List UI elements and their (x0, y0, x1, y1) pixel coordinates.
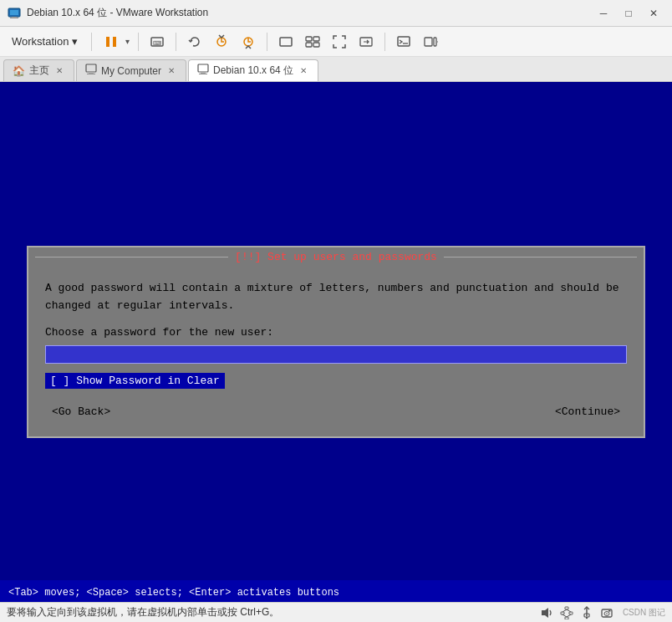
dialog-description: A good password will contain a mixture o… (45, 280, 627, 315)
svg-text:⌨: ⌨ (153, 40, 161, 46)
dialog-buttons: <Go Back> <Continue> (45, 400, 627, 423)
home-tab-close[interactable]: ✕ (53, 65, 65, 77)
svg-rect-28 (565, 607, 568, 609)
mycomputer-tab-label: My Computer (101, 65, 161, 77)
view-fullscreen-button[interactable] (328, 30, 351, 54)
disk-icon[interactable] (599, 605, 614, 620)
toolbar-separator-4 (267, 33, 267, 51)
svg-rect-10 (280, 38, 292, 46)
dialog-prompt: Choose a password for the new user: (45, 326, 627, 339)
svg-rect-30 (569, 612, 573, 614)
svg-rect-29 (561, 612, 564, 614)
home-tab-icon: 🏠 (13, 65, 25, 77)
tab-home[interactable]: 🏠 主页 ✕ (3, 59, 74, 81)
svg-rect-24 (198, 64, 208, 72)
app-icon (7, 6, 22, 21)
status-bar: 要将输入定向到该虚拟机，请在虚拟机内部单击或按 Ctrl+G。 (0, 602, 672, 622)
toolbar-separator-2 (138, 33, 139, 51)
svg-line-32 (563, 609, 567, 612)
svg-text:▾: ▾ (437, 39, 439, 45)
window-controls: ─ □ ✕ (592, 4, 665, 23)
debian-tab-label: Debian 10.x 64 位 (213, 64, 293, 78)
status-icons: CSDN 图记 (539, 605, 665, 620)
pause-dropdown-button[interactable]: ▾ (124, 34, 131, 48)
title-line-left (35, 257, 228, 257)
sound-icon[interactable] (539, 605, 554, 620)
close-button[interactable]: ✕ (642, 4, 665, 23)
status-text: 要将输入定向到该虚拟机，请在虚拟机内部单击或按 Ctrl+G。 (7, 605, 279, 619)
svg-rect-42 (608, 610, 611, 612)
installer-dialog: [!!] Set up users and passwords A good p… (27, 246, 645, 439)
toolbar-separator-5 (384, 33, 385, 51)
svg-rect-26 (199, 74, 207, 74)
workstation-menu-button[interactable]: Workstation ▾ (5, 33, 84, 50)
svg-rect-12 (313, 37, 319, 41)
svg-rect-23 (87, 74, 95, 74)
svg-rect-13 (306, 43, 312, 47)
settings-button[interactable]: ▾ (419, 30, 442, 54)
debian-tab-icon (197, 64, 209, 78)
dialog-title: [!!] Set up users and passwords (235, 251, 437, 263)
svg-rect-3 (10, 18, 18, 18)
tab-mycomputer[interactable]: My Computer ✕ (76, 59, 186, 81)
title-line-right (444, 257, 637, 257)
debian-tab-close[interactable]: ✕ (298, 65, 309, 77)
svg-line-34 (563, 614, 567, 617)
pause-control: ▾ (99, 32, 131, 52)
svg-rect-31 (565, 617, 568, 619)
usb-icon[interactable] (579, 605, 594, 620)
svg-rect-11 (306, 37, 312, 41)
view-normal-button[interactable] (274, 30, 298, 54)
svg-point-38 (586, 616, 588, 618)
toolbar-separator-3 (176, 33, 176, 51)
toolbar-separator-1 (91, 33, 92, 51)
network-icon[interactable] (559, 605, 574, 620)
show-password-label: [ ] Show Password in Clear (50, 375, 220, 387)
keyboard-hint: <Tab> moves; <Space> selects; <Enter> ac… (8, 587, 339, 599)
svg-rect-14 (313, 43, 319, 47)
svg-point-41 (606, 613, 608, 614)
password-input[interactable] (45, 345, 627, 364)
view-unity-button[interactable] (301, 30, 324, 54)
svg-rect-21 (86, 64, 96, 72)
home-tab-label: 主页 (29, 64, 49, 78)
tabs-bar: 🏠 主页 ✕ My Computer ✕ Debian 10.x 64 位 ✕ (0, 57, 672, 82)
show-password-checkbox[interactable]: [ ] Show Password in Clear (45, 373, 225, 389)
mycomputer-tab-close[interactable]: ✕ (165, 65, 177, 77)
svg-rect-5 (113, 37, 116, 47)
svg-line-33 (567, 609, 571, 612)
pause-button[interactable] (99, 32, 124, 52)
send-ctrl-alt-del-button[interactable]: ⌨ (145, 30, 169, 54)
snapshot-take-button[interactable] (210, 30, 233, 54)
workstation-dropdown-arrow: ▾ (72, 35, 78, 48)
snapshot-restore-button[interactable] (237, 30, 260, 54)
window-title: Debian 10.x 64 位 - VMware Workstation (27, 6, 592, 20)
svg-rect-25 (201, 72, 206, 74)
svg-rect-18 (425, 38, 432, 46)
mycomputer-tab-icon (85, 64, 97, 78)
console-button[interactable] (392, 30, 415, 54)
view-autosize-button[interactable] (354, 30, 378, 54)
workstation-label: Workstation (12, 35, 69, 48)
vm-bottom-hint-bar: <Tab> moves; <Space> selects; <Enter> ac… (0, 580, 672, 602)
minimize-button[interactable]: ─ (592, 4, 615, 23)
go-back-button[interactable]: <Go Back> (45, 404, 117, 420)
svg-line-35 (567, 614, 571, 617)
tab-debian[interactable]: Debian 10.x 64 位 ✕ (188, 59, 318, 81)
svg-marker-27 (542, 608, 548, 618)
title-bar: Debian 10.x 64 位 - VMware Workstation ─ … (0, 0, 672, 27)
dialog-body: A good password will contain a mixture o… (28, 267, 644, 437)
watermark: CSDN 图记 (623, 607, 665, 619)
svg-rect-1 (10, 10, 18, 15)
dialog-title-bar: [!!] Set up users and passwords (28, 247, 644, 267)
toolbar: Workstation ▾ ▾ ⌨ (0, 27, 672, 57)
svg-rect-4 (106, 37, 109, 47)
continue-button[interactable]: <Continue> (548, 404, 627, 420)
vm-display-area[interactable]: [!!] Set up users and passwords A good p… (0, 82, 672, 602)
svg-rect-16 (398, 37, 410, 46)
snapshot-revert-button[interactable] (183, 30, 206, 54)
svg-rect-22 (89, 72, 94, 74)
restore-button[interactable]: □ (617, 4, 640, 23)
